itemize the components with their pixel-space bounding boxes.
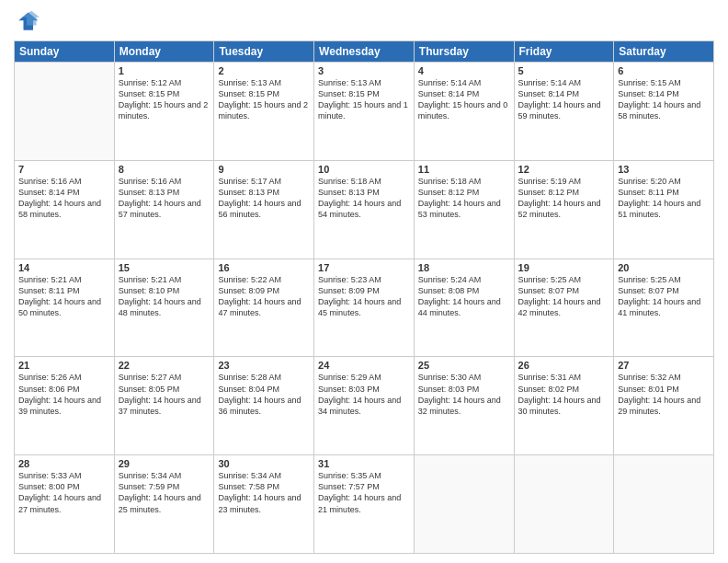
day-info: Sunrise: 5:16 AMSunset: 8:14 PMDaylight:… (18, 176, 110, 221)
day-info: Sunrise: 5:13 AMSunset: 8:15 PMDaylight:… (318, 77, 410, 122)
day-number: 7 (18, 164, 110, 175)
calendar-cell: 26Sunrise: 5:31 AMSunset: 8:02 PMDayligh… (514, 357, 614, 455)
day-number: 14 (18, 262, 110, 273)
calendar-cell: 12Sunrise: 5:19 AMSunset: 8:12 PMDayligh… (514, 160, 614, 259)
day-number: 25 (418, 360, 510, 371)
calendar-cell (614, 455, 714, 554)
day-number: 23 (218, 360, 310, 371)
header (14, 9, 714, 35)
calendar-table: SundayMondayTuesdayWednesdayThursdayFrid… (14, 40, 714, 554)
day-number: 21 (18, 360, 110, 371)
day-info: Sunrise: 5:16 AMSunset: 8:13 PMDaylight:… (119, 176, 210, 221)
calendar-cell (15, 63, 115, 161)
calendar-cell: 25Sunrise: 5:30 AMSunset: 8:03 PMDayligh… (414, 357, 514, 455)
day-number: 9 (218, 164, 310, 175)
day-info: Sunrise: 5:34 AMSunset: 7:59 PMDaylight:… (119, 470, 210, 515)
day-info: Sunrise: 5:15 AMSunset: 8:14 PMDaylight:… (618, 77, 710, 122)
day-info: Sunrise: 5:24 AMSunset: 8:08 PMDaylight:… (418, 274, 510, 319)
day-number: 22 (119, 360, 210, 371)
calendar-cell: 4Sunrise: 5:14 AMSunset: 8:14 PMDaylight… (414, 63, 514, 161)
calendar-cell: 3Sunrise: 5:13 AMSunset: 8:15 PMDaylight… (314, 63, 415, 161)
calendar-cell: 6Sunrise: 5:15 AMSunset: 8:14 PMDaylight… (614, 63, 714, 161)
week-row-3: 14Sunrise: 5:21 AMSunset: 8:11 PMDayligh… (15, 259, 714, 357)
calendar-cell: 10Sunrise: 5:18 AMSunset: 8:13 PMDayligh… (314, 160, 415, 259)
day-number: 8 (119, 164, 210, 175)
day-number: 10 (318, 164, 410, 175)
calendar-cell: 23Sunrise: 5:28 AMSunset: 8:04 PMDayligh… (214, 357, 314, 455)
day-header-thursday: Thursday (414, 41, 514, 63)
day-number: 27 (618, 360, 710, 371)
week-row-1: 1Sunrise: 5:12 AMSunset: 8:15 PMDaylight… (15, 63, 714, 161)
day-info: Sunrise: 5:20 AMSunset: 8:11 PMDaylight:… (618, 176, 710, 221)
day-number: 19 (518, 262, 610, 273)
calendar-cell: 28Sunrise: 5:33 AMSunset: 8:00 PMDayligh… (15, 455, 115, 554)
calendar-cell (414, 455, 514, 554)
day-info: Sunrise: 5:30 AMSunset: 8:03 PMDaylight:… (418, 372, 510, 417)
calendar-cell: 20Sunrise: 5:25 AMSunset: 8:07 PMDayligh… (614, 259, 714, 357)
day-info: Sunrise: 5:31 AMSunset: 8:02 PMDaylight:… (518, 372, 610, 417)
calendar-cell: 21Sunrise: 5:26 AMSunset: 8:06 PMDayligh… (15, 357, 115, 455)
day-info: Sunrise: 5:17 AMSunset: 8:13 PMDaylight:… (218, 176, 310, 221)
calendar-cell: 7Sunrise: 5:16 AMSunset: 8:14 PMDaylight… (15, 160, 115, 259)
day-number: 1 (119, 65, 210, 76)
day-number: 17 (318, 262, 410, 273)
day-number: 28 (18, 458, 110, 469)
week-row-2: 7Sunrise: 5:16 AMSunset: 8:14 PMDaylight… (15, 160, 714, 259)
day-info: Sunrise: 5:12 AMSunset: 8:15 PMDaylight:… (119, 77, 210, 122)
day-header-wednesday: Wednesday (314, 41, 415, 63)
day-info: Sunrise: 5:34 AMSunset: 7:58 PMDaylight:… (218, 470, 310, 515)
day-number: 12 (518, 164, 610, 175)
day-number: 18 (418, 262, 510, 273)
day-number: 24 (318, 360, 410, 371)
day-info: Sunrise: 5:19 AMSunset: 8:12 PMDaylight:… (518, 176, 610, 221)
day-header-tuesday: Tuesday (214, 41, 314, 63)
day-info: Sunrise: 5:35 AMSunset: 7:57 PMDaylight:… (318, 470, 410, 515)
day-info: Sunrise: 5:13 AMSunset: 8:15 PMDaylight:… (218, 77, 310, 122)
week-row-4: 21Sunrise: 5:26 AMSunset: 8:06 PMDayligh… (15, 357, 714, 455)
day-number: 20 (618, 262, 710, 273)
day-info: Sunrise: 5:26 AMSunset: 8:06 PMDaylight:… (18, 372, 110, 417)
calendar-cell: 9Sunrise: 5:17 AMSunset: 8:13 PMDaylight… (214, 160, 314, 259)
day-number: 6 (618, 65, 710, 76)
calendar-cell: 19Sunrise: 5:25 AMSunset: 8:07 PMDayligh… (514, 259, 614, 357)
calendar-cell: 30Sunrise: 5:34 AMSunset: 7:58 PMDayligh… (214, 455, 314, 554)
calendar-cell: 29Sunrise: 5:34 AMSunset: 7:59 PMDayligh… (114, 455, 214, 554)
day-info: Sunrise: 5:32 AMSunset: 8:01 PMDaylight:… (618, 372, 710, 417)
calendar-cell: 18Sunrise: 5:24 AMSunset: 8:08 PMDayligh… (414, 259, 514, 357)
calendar-cell: 31Sunrise: 5:35 AMSunset: 7:57 PMDayligh… (314, 455, 415, 554)
calendar-cell: 2Sunrise: 5:13 AMSunset: 8:15 PMDaylight… (214, 63, 314, 161)
day-info: Sunrise: 5:33 AMSunset: 8:00 PMDaylight:… (18, 470, 110, 515)
page: SundayMondayTuesdayWednesdayThursdayFrid… (0, 0, 728, 563)
day-header-sunday: Sunday (15, 41, 115, 63)
calendar-cell: 8Sunrise: 5:16 AMSunset: 8:13 PMDaylight… (114, 160, 214, 259)
day-info: Sunrise: 5:14 AMSunset: 8:14 PMDaylight:… (518, 77, 610, 122)
day-info: Sunrise: 5:21 AMSunset: 8:10 PMDaylight:… (119, 274, 210, 319)
calendar-cell: 16Sunrise: 5:22 AMSunset: 8:09 PMDayligh… (214, 259, 314, 357)
week-row-5: 28Sunrise: 5:33 AMSunset: 8:00 PMDayligh… (15, 455, 714, 554)
calendar-cell: 15Sunrise: 5:21 AMSunset: 8:10 PMDayligh… (114, 259, 214, 357)
day-number: 15 (119, 262, 210, 273)
day-info: Sunrise: 5:28 AMSunset: 8:04 PMDaylight:… (218, 372, 310, 417)
day-info: Sunrise: 5:27 AMSunset: 8:05 PMDaylight:… (119, 372, 210, 417)
logo (14, 9, 43, 35)
day-number: 4 (418, 65, 510, 76)
calendar-cell: 1Sunrise: 5:12 AMSunset: 8:15 PMDaylight… (114, 63, 214, 161)
calendar-cell: 13Sunrise: 5:20 AMSunset: 8:11 PMDayligh… (614, 160, 714, 259)
calendar-cell: 14Sunrise: 5:21 AMSunset: 8:11 PMDayligh… (15, 259, 115, 357)
day-info: Sunrise: 5:25 AMSunset: 8:07 PMDaylight:… (618, 274, 710, 319)
day-number: 2 (218, 65, 310, 76)
day-number: 31 (318, 458, 410, 469)
calendar-cell: 24Sunrise: 5:29 AMSunset: 8:03 PMDayligh… (314, 357, 415, 455)
calendar-cell: 17Sunrise: 5:23 AMSunset: 8:09 PMDayligh… (314, 259, 415, 357)
day-header-monday: Monday (114, 41, 214, 63)
day-info: Sunrise: 5:18 AMSunset: 8:12 PMDaylight:… (418, 176, 510, 221)
day-number: 26 (518, 360, 610, 371)
day-header-friday: Friday (514, 41, 614, 63)
day-number: 3 (318, 65, 410, 76)
calendar-cell (514, 455, 614, 554)
day-number: 16 (218, 262, 310, 273)
calendar-cell: 27Sunrise: 5:32 AMSunset: 8:01 PMDayligh… (614, 357, 714, 455)
calendar-cell: 22Sunrise: 5:27 AMSunset: 8:05 PMDayligh… (114, 357, 214, 455)
day-number: 30 (218, 458, 310, 469)
day-info: Sunrise: 5:18 AMSunset: 8:13 PMDaylight:… (318, 176, 410, 221)
